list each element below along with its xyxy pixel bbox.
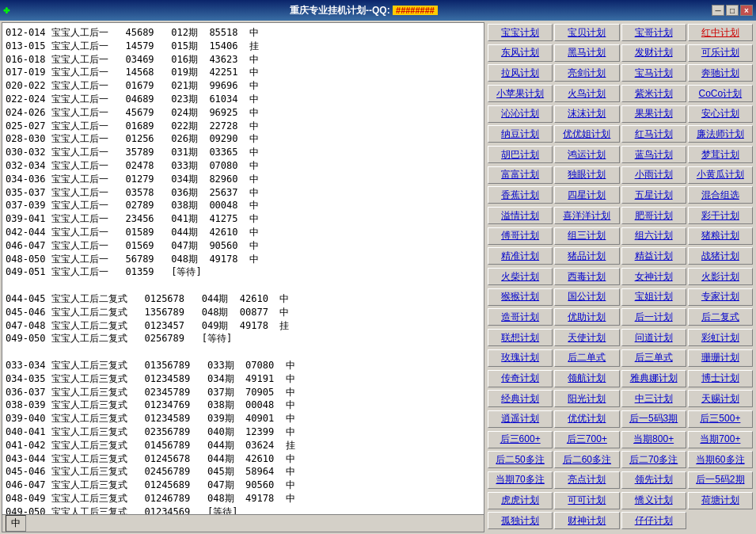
plan-button-56[interactable]: 造哥计划 xyxy=(488,308,553,326)
plan-button-53[interactable]: 国公计划 xyxy=(554,288,619,306)
plan-button-20[interactable]: 纳豆计划 xyxy=(488,125,553,143)
plan-button-87[interactable]: 当期60多注 xyxy=(688,451,753,468)
close-button[interactable]: × xyxy=(740,5,753,16)
plan-button-69[interactable]: 领航计划 xyxy=(554,370,619,387)
plan-button-47[interactable]: 战猪计划 xyxy=(688,247,753,265)
plan-button-83[interactable]: 当期700+ xyxy=(688,431,753,448)
plan-button-80[interactable]: 后三600+ xyxy=(488,431,553,448)
plan-button-57[interactable]: 优助计划 xyxy=(554,308,619,326)
plan-button-67[interactable]: 珊珊计划 xyxy=(688,349,753,367)
plan-button-30[interactable]: 小雨计划 xyxy=(621,166,686,184)
plan-button-23[interactable]: 廉法师计划 xyxy=(688,125,753,143)
plan-button-64[interactable]: 玫瑰计划 xyxy=(488,349,553,367)
plan-button-34[interactable]: 五星计划 xyxy=(621,186,686,204)
plan-button-44[interactable]: 精准计划 xyxy=(488,247,553,265)
plan-button-36[interactable]: 溢情计划 xyxy=(488,207,553,224)
plan-button-71[interactable]: 博士计划 xyxy=(688,370,753,387)
plan-button-55[interactable]: 专家计划 xyxy=(688,288,753,306)
plan-button-91[interactable]: 后一5码2期 xyxy=(688,471,753,489)
plan-button-9[interactable]: 亮剑计划 xyxy=(554,64,619,82)
plan-button-29[interactable]: 独眼计划 xyxy=(554,166,619,184)
plan-button-45[interactable]: 猪品计划 xyxy=(554,247,619,265)
plan-button-79[interactable]: 后三500+ xyxy=(688,410,753,428)
plan-button-32[interactable]: 香蕉计划 xyxy=(488,186,553,204)
plan-button-62[interactable]: 问道计划 xyxy=(621,329,686,346)
plan-button-94[interactable]: 憍义计划 xyxy=(621,492,686,509)
plan-button-16[interactable]: 沁沁计划 xyxy=(488,105,553,123)
plan-button-4[interactable]: 东风计划 xyxy=(488,44,553,62)
plan-button-11[interactable]: 奔驰计划 xyxy=(688,64,753,82)
plan-button-52[interactable]: 猴猴计划 xyxy=(488,288,553,306)
plan-button-95[interactable]: 荷塘计划 xyxy=(688,492,753,509)
plan-button-12[interactable]: 小苹果计划 xyxy=(488,85,553,102)
plan-button-60[interactable]: 联想计划 xyxy=(488,329,553,346)
plan-button-70[interactable]: 雅典娜计划 xyxy=(621,370,686,387)
plan-button-40[interactable]: 傅哥计划 xyxy=(488,227,553,245)
plan-button-49[interactable]: 西毒计划 xyxy=(554,268,619,285)
plan-button-18[interactable]: 果果计划 xyxy=(621,105,686,123)
plan-button-72[interactable]: 经典计划 xyxy=(488,390,553,407)
plan-button-63[interactable]: 彩虹计划 xyxy=(688,329,753,346)
plan-button-77[interactable]: 优优计划 xyxy=(554,410,619,428)
plan-button-76[interactable]: 逍遥计划 xyxy=(488,410,553,428)
maximize-button[interactable]: □ xyxy=(726,5,739,16)
plan-button-73[interactable]: 阳光计划 xyxy=(554,390,619,407)
plan-button-59[interactable]: 后二复式 xyxy=(688,308,753,326)
plan-button-43[interactable]: 猪粮计划 xyxy=(688,227,753,245)
plan-button-66[interactable]: 后三单式 xyxy=(621,349,686,367)
plan-button-78[interactable]: 后一5码3期 xyxy=(621,410,686,428)
plan-button-14[interactable]: 紫米计划 xyxy=(621,85,686,102)
plan-button-96[interactable]: 孤独计划 xyxy=(488,512,553,529)
plan-button-17[interactable]: 沫沫计划 xyxy=(554,105,619,123)
plan-button-10[interactable]: 宝马计划 xyxy=(621,64,686,82)
plan-button-22[interactable]: 红马计划 xyxy=(621,125,686,143)
plan-button-2[interactable]: 宝哥计划 xyxy=(621,24,686,41)
plan-button-86[interactable]: 后二70多注 xyxy=(621,451,686,468)
plan-button-38[interactable]: 肥哥计划 xyxy=(621,207,686,224)
plan-button-85[interactable]: 后二60多注 xyxy=(554,451,619,468)
plan-button-37[interactable]: 喜洋洋计划 xyxy=(554,207,619,224)
plan-button-58[interactable]: 后一计划 xyxy=(621,308,686,326)
plan-button-6[interactable]: 发财计划 xyxy=(621,44,686,62)
plan-button-61[interactable]: 天使计划 xyxy=(554,329,619,346)
plan-button-93[interactable]: 可可计划 xyxy=(554,492,619,509)
plan-content[interactable]: 012-014 宝宝人工后一 45689 012期 85518 中 013-01… xyxy=(2,23,484,514)
plan-button-42[interactable]: 组六计划 xyxy=(621,227,686,245)
plan-button-39[interactable]: 彩干计划 xyxy=(688,207,753,224)
plan-button-74[interactable]: 中三计划 xyxy=(621,390,686,407)
plan-button-8[interactable]: 拉风计划 xyxy=(488,64,553,82)
plan-button-46[interactable]: 精益计划 xyxy=(621,247,686,265)
plan-button-50[interactable]: 女神计划 xyxy=(621,268,686,285)
plan-button-88[interactable]: 当期70多注 xyxy=(488,471,553,489)
plan-button-0[interactable]: 宝宝计划 xyxy=(488,24,553,41)
plan-button-3[interactable]: 红中计划 xyxy=(688,24,753,41)
plan-button-41[interactable]: 组三计划 xyxy=(554,227,619,245)
plan-button-27[interactable]: 梦茸计划 xyxy=(688,146,753,163)
minimize-button[interactable]: ─ xyxy=(712,5,724,16)
plan-button-81[interactable]: 后三700+ xyxy=(554,431,619,448)
plan-button-7[interactable]: 可乐计划 xyxy=(688,44,753,62)
plan-button-5[interactable]: 黑马计划 xyxy=(554,44,619,62)
plan-button-31[interactable]: 小黄瓜计划 xyxy=(688,166,753,184)
plan-button-90[interactable]: 领先计划 xyxy=(621,471,686,489)
plan-button-21[interactable]: 优优姐计划 xyxy=(554,125,619,143)
plan-button-25[interactable]: 鸿运计划 xyxy=(554,146,619,163)
plan-button-1[interactable]: 宝贝计划 xyxy=(554,24,619,41)
plan-button-84[interactable]: 后二50多注 xyxy=(488,451,553,468)
plan-button-19[interactable]: 安心计划 xyxy=(688,105,753,123)
plan-button-92[interactable]: 虎虎计划 xyxy=(488,492,553,509)
plan-button-15[interactable]: CoCo计划 xyxy=(688,85,753,102)
plan-button-75[interactable]: 天赐计划 xyxy=(688,390,753,407)
plan-button-68[interactable]: 传奇计划 xyxy=(488,370,553,387)
plan-button-98[interactable]: 仔仔计划 xyxy=(621,512,686,529)
plan-button-24[interactable]: 胡巴计划 xyxy=(488,146,553,163)
plan-button-51[interactable]: 火影计划 xyxy=(688,268,753,285)
plan-button-35[interactable]: 混合组选 xyxy=(688,186,753,204)
plan-button-65[interactable]: 后二单式 xyxy=(554,349,619,367)
plan-button-48[interactable]: 火柴计划 xyxy=(488,268,553,285)
plan-button-97[interactable]: 财神计划 xyxy=(554,512,619,529)
plan-button-28[interactable]: 富富计划 xyxy=(488,166,553,184)
plan-button-82[interactable]: 当期800+ xyxy=(621,431,686,448)
plan-button-89[interactable]: 亮点计划 xyxy=(554,471,619,489)
plan-button-54[interactable]: 宝姐计划 xyxy=(621,288,686,306)
